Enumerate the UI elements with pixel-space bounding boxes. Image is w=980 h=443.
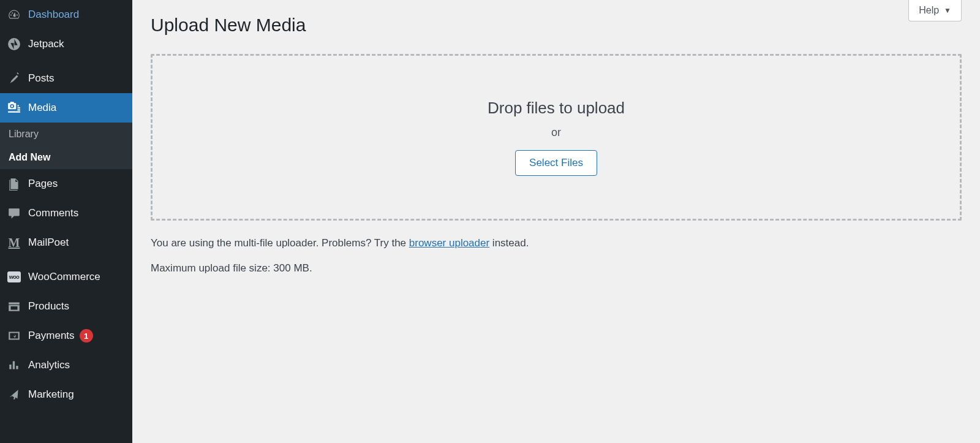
products-icon (7, 300, 21, 313)
media-icon (7, 101, 21, 115)
pin-icon (7, 72, 21, 85)
max-upload-size: Maximum upload file size: 300 MB. (151, 262, 962, 275)
media-submenu: Library Add New (0, 123, 132, 169)
uploader-hint: You are using the multi-file uploader. P… (151, 235, 962, 251)
admin-sidebar: Dashboard Jetpack Posts Media Library Ad… (0, 0, 132, 443)
pages-icon (7, 177, 21, 191)
sidebar-label: WooCommerce (28, 271, 100, 283)
sidebar-item-products[interactable]: Products (0, 292, 132, 321)
menu-separator (0, 59, 132, 64)
menu-separator (0, 257, 132, 262)
sidebar-label: Marketing (28, 388, 74, 401)
help-label: Help (919, 5, 939, 16)
sidebar-label: Jetpack (28, 38, 64, 50)
sidebar-item-dashboard[interactable]: Dashboard (0, 0, 132, 29)
dashboard-icon (7, 8, 21, 21)
svg-point-0 (8, 38, 20, 50)
submenu-item-add-new[interactable]: Add New (0, 146, 132, 169)
comments-icon (7, 206, 21, 220)
sidebar-item-woocommerce[interactable]: woo WooCommerce (0, 262, 132, 292)
analytics-icon (7, 358, 21, 372)
sidebar-item-posts[interactable]: Posts (0, 64, 132, 93)
sidebar-label: Dashboard (28, 9, 79, 21)
sidebar-item-payments[interactable]: Payments 1 (0, 321, 132, 350)
sidebar-item-pages[interactable]: Pages (0, 169, 132, 199)
sidebar-label: Products (28, 300, 69, 312)
sidebar-item-mailpoet[interactable]: M MailPoet (0, 228, 132, 257)
hint-text-before: You are using the multi-file uploader. P… (151, 237, 409, 249)
sidebar-label: MailPoet (28, 237, 69, 249)
drop-heading: Drop files to upload (165, 99, 948, 118)
hint-text-after: instead. (489, 237, 529, 249)
sidebar-label: Payments (28, 330, 75, 342)
sidebar-label: Pages (28, 178, 58, 190)
select-files-button[interactable]: Select Files (515, 150, 597, 176)
mailpoet-icon: M (7, 236, 21, 249)
sidebar-item-analytics[interactable]: Analytics (0, 350, 132, 380)
sidebar-label: Comments (28, 207, 78, 219)
browser-uploader-link[interactable]: browser uploader (409, 237, 489, 249)
drop-or-text: or (165, 126, 948, 139)
submenu-item-library[interactable]: Library (0, 123, 132, 146)
sidebar-label: Analytics (28, 359, 70, 371)
sidebar-item-marketing[interactable]: Marketing (0, 380, 132, 409)
payments-icon (7, 329, 21, 343)
sidebar-label: Media (28, 102, 56, 114)
sidebar-item-jetpack[interactable]: Jetpack (0, 29, 132, 59)
sidebar-item-media[interactable]: Media (0, 93, 132, 123)
marketing-icon (7, 388, 21, 401)
sidebar-item-comments[interactable]: Comments (0, 199, 132, 228)
chevron-down-icon: ▼ (944, 6, 951, 15)
main-content: Help ▼ Upload New Media Drop files to up… (132, 0, 980, 443)
woocommerce-icon: woo (7, 270, 21, 284)
help-tab[interactable]: Help ▼ (908, 0, 962, 21)
page-title: Upload New Media (151, 15, 962, 36)
payments-badge: 1 (80, 329, 93, 343)
jetpack-icon (7, 37, 21, 51)
upload-dropzone[interactable]: Drop files to upload or Select Files (151, 54, 962, 221)
sidebar-label: Posts (28, 72, 55, 85)
